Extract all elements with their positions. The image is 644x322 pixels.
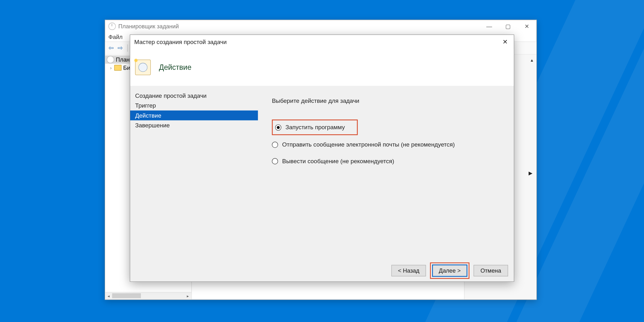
main-titlebar[interactable]: Планировщик заданий — ▢ ✕: [105, 20, 536, 32]
dialog-heading: Действие: [159, 63, 191, 71]
wizard-steps-pane: Создание простой задачи Триггер Действие…: [130, 86, 258, 260]
option-send-email-label: Отправить сообщение электронной почты (н…: [282, 141, 455, 148]
nav-back-icon[interactable]: ⇦: [108, 44, 115, 52]
menu-file[interactable]: Файл: [108, 34, 123, 40]
step-trigger[interactable]: Триггер: [130, 101, 258, 110]
dialog-close-button[interactable]: ✕: [499, 36, 511, 47]
expand-arrow-icon[interactable]: ▶: [529, 170, 532, 176]
minimize-button[interactable]: —: [480, 20, 499, 32]
dialog-footer: < Назад Далее > Отмена: [130, 260, 514, 281]
scheduler-icon: [107, 56, 114, 64]
option-show-message-label: Вывести сообщение (не рекомендуется): [282, 158, 394, 164]
folder-icon: [114, 65, 122, 70]
dialog-header: Действие: [130, 49, 514, 86]
next-button-highlight: Далее >: [430, 263, 469, 279]
maximize-button[interactable]: ▢: [499, 20, 518, 32]
tree-horizontal-scrollbar[interactable]: ◂ ▸: [105, 292, 191, 300]
option-send-email[interactable]: Отправить сообщение электронной почты (н…: [272, 139, 506, 150]
option-run-program-label: Запустить программу: [286, 124, 345, 130]
cancel-button[interactable]: Отмена: [474, 265, 508, 276]
option-run-program[interactable]: Запустить программу: [272, 119, 358, 135]
back-button[interactable]: < Назад: [391, 265, 426, 276]
action-prompt: Выберите действие для задачи: [272, 97, 506, 104]
dialog-title: Мастер создания простой задачи: [134, 39, 227, 45]
close-button[interactable]: ✕: [518, 20, 536, 32]
collapse-pane-icon[interactable]: ▲: [530, 58, 534, 62]
chevron-right-icon[interactable]: ›: [108, 65, 114, 70]
step-action[interactable]: Действие: [130, 110, 258, 120]
radio-show-message[interactable]: [272, 158, 278, 164]
toolbar-separator: [127, 44, 128, 52]
scroll-right-icon[interactable]: ▸: [184, 292, 191, 299]
step-create-task[interactable]: Создание простой задачи: [130, 91, 258, 101]
scroll-left-icon[interactable]: ◂: [105, 292, 112, 299]
create-task-wizard-dialog: Мастер создания простой задачи ✕ Действи…: [130, 35, 514, 282]
main-window-title: Планировщик заданий: [118, 23, 179, 30]
radio-run-program[interactable]: [275, 124, 281, 130]
wizard-icon: [135, 59, 151, 75]
wizard-content-pane: Выберите действие для задачи Запустить п…: [258, 86, 514, 260]
next-button[interactable]: Далее >: [432, 264, 467, 277]
scheduler-icon: [108, 23, 116, 30]
dialog-titlebar[interactable]: Мастер создания простой задачи: [130, 35, 514, 49]
step-finish[interactable]: Завершение: [130, 120, 258, 130]
nav-forward-icon[interactable]: ⇨: [117, 44, 124, 52]
radio-send-email[interactable]: [272, 142, 278, 148]
option-show-message[interactable]: Вывести сообщение (не рекомендуется): [272, 156, 506, 166]
scroll-thumb[interactable]: [112, 293, 141, 298]
